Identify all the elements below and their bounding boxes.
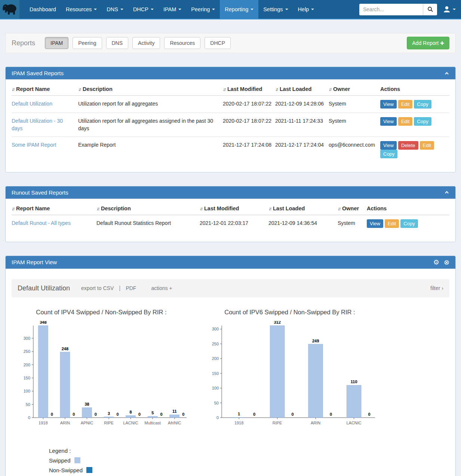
- copy-button[interactable]: Copy: [400, 219, 418, 228]
- report-type-tabs: IPAMPeeringDNSActivityResourcesDHCP: [45, 37, 231, 49]
- page-content: Reports IPAMPeeringDNSActivityResourcesD…: [0, 33, 461, 476]
- filter-link[interactable]: filter ›: [430, 285, 443, 291]
- tab-peering[interactable]: Peering: [73, 37, 102, 49]
- view-button[interactable]: View: [380, 117, 397, 126]
- ipv4-bar-chart: 050100150200250300348019182480ARIN380APN…: [12, 321, 191, 433]
- ipam-report-view-header: IPAM Report View ⚙ ⊗: [6, 256, 455, 269]
- sort-icon: ↓↑: [223, 87, 225, 92]
- export-pdf-link[interactable]: PDF: [126, 285, 136, 291]
- copy-button[interactable]: Copy: [414, 117, 431, 126]
- last-loaded-cell: 2021-12-17 17:24:04: [275, 137, 329, 162]
- ipam-report-view-panel: IPAM Report View ⚙ ⊗ Default Utilization…: [5, 256, 456, 476]
- sort-icon: ↓↑: [268, 206, 271, 211]
- svg-text:1918: 1918: [234, 421, 243, 425]
- svg-text:APNIC: APNIC: [81, 421, 93, 425]
- nav-item-help[interactable]: Help: [293, 0, 319, 19]
- chevron-down-icon: [311, 9, 314, 10]
- close-circle-icon[interactable]: ⊗: [444, 259, 449, 266]
- view-button[interactable]: View: [367, 219, 383, 228]
- user-menu[interactable]: [443, 6, 456, 13]
- svg-text:100: 100: [24, 389, 30, 393]
- nav-item-peering[interactable]: Peering: [186, 0, 220, 19]
- report-name-link[interactable]: Some IPAM Report: [12, 142, 56, 148]
- actions-link[interactable]: actions +: [151, 285, 172, 291]
- column-header-description[interactable]: ↓↑Description: [96, 201, 200, 215]
- svg-text:100: 100: [212, 386, 219, 390]
- column-header-owner[interactable]: ↓↑Owner: [338, 201, 367, 215]
- nav-item-resources[interactable]: Resources: [61, 0, 102, 19]
- edit-button[interactable]: Edit: [385, 219, 399, 228]
- last-modified-cell: 2020-02-17 18:07:22: [223, 113, 275, 137]
- svg-text:3: 3: [108, 411, 110, 415]
- copy-button[interactable]: Copy: [414, 100, 431, 109]
- svg-text:200: 200: [212, 356, 219, 361]
- column-header-description[interactable]: ↓↑Description: [78, 82, 223, 96]
- report-name-link[interactable]: Default Utilization - 30 days: [12, 118, 63, 131]
- svg-text:300: 300: [24, 336, 30, 341]
- nav-item-dns[interactable]: DNS: [102, 0, 128, 19]
- tab-ipam[interactable]: IPAM: [45, 37, 68, 49]
- svg-text:0: 0: [28, 415, 30, 420]
- column-header-last-loaded[interactable]: ↓↑Last Loaded: [275, 82, 329, 96]
- last-modified-cell: 2021-12-17 17:24:08: [223, 137, 275, 162]
- nav-item-dhcp[interactable]: DHCP: [128, 0, 159, 19]
- app-logo[interactable]: [0, 0, 19, 19]
- gear-icon[interactable]: ⚙: [433, 259, 439, 266]
- main-menu: DashboardResourcesDNSDHCPIPAMPeeringRepo…: [25, 0, 319, 19]
- ipv4-chart-title: Count of IPV4 Swipped / Non-Swipped By R…: [12, 309, 191, 316]
- column-header-report-name[interactable]: ↓↑Report Name: [12, 82, 78, 96]
- collapse-chevron-up-icon[interactable]: [444, 71, 449, 76]
- column-header-report-name[interactable]: ↓↑Report Name: [12, 201, 96, 215]
- nav-item-ipam[interactable]: IPAM: [159, 0, 186, 19]
- table-row: Default Utilization - 30 daysUtilization…: [12, 113, 449, 137]
- chevron-down-icon: [453, 9, 456, 10]
- delete-button[interactable]: Delete: [398, 141, 418, 150]
- ipv6-chart-title: Count of IPV6 Swipped / Non-Swipped By R…: [200, 309, 379, 316]
- search-input[interactable]: [359, 4, 423, 15]
- ipam-saved-reports-panel: IPAM Saved Reports ↓↑Report Name↓↑Descri…: [5, 67, 456, 173]
- svg-text:Multicast: Multicast: [145, 421, 161, 425]
- edit-button[interactable]: Edit: [420, 141, 434, 150]
- svg-text:110: 110: [351, 379, 357, 384]
- panel-title: IPAM Report View: [12, 259, 57, 265]
- nav-item-label: Peering: [191, 6, 210, 12]
- view-button[interactable]: View: [380, 141, 397, 150]
- actions-cell: ViewEditCopy: [380, 96, 449, 113]
- export-csv-link[interactable]: export to CSV: [81, 285, 114, 291]
- nav-item-dashboard[interactable]: Dashboard: [25, 0, 61, 19]
- runout-saved-reports-body: ↓↑Report Name↓↑Description↓↑Last Modifie…: [6, 199, 455, 242]
- column-header-owner[interactable]: ↓↑Owner: [329, 82, 380, 96]
- last-loaded-cell: 2021-12-09 14:36:54: [268, 215, 338, 232]
- collapse-chevron-up-icon[interactable]: [444, 190, 449, 195]
- svg-text:RIPE: RIPE: [104, 421, 114, 425]
- actions-cell: ViewDeleteEditCopy: [380, 137, 449, 162]
- sort-icon: ↓↑: [329, 87, 331, 92]
- search-button[interactable]: [423, 4, 437, 15]
- tab-resources[interactable]: Resources: [164, 37, 200, 49]
- nav-item-settings[interactable]: Settings: [258, 0, 293, 19]
- add-report-button[interactable]: Add Report✚: [407, 37, 449, 49]
- chevron-down-icon: [285, 9, 288, 10]
- sort-icon: ↓↑: [200, 206, 202, 211]
- edit-button[interactable]: Edit: [398, 117, 412, 126]
- svg-text:250: 250: [24, 349, 30, 354]
- column-header-last-modified[interactable]: ↓↑Last Modified: [200, 201, 268, 215]
- report-title: Default Utilization: [18, 284, 70, 292]
- chart-legend: Legend : SwippedNon-Swipped: [49, 448, 449, 473]
- nav-item-label: Dashboard: [30, 6, 56, 12]
- column-header-last-modified[interactable]: ↓↑Last Modified: [223, 82, 275, 96]
- copy-button[interactable]: Copy: [380, 150, 397, 158]
- nav-item-reporting[interactable]: Reporting: [220, 0, 258, 19]
- report-name-link[interactable]: Default Runout - All types: [12, 220, 71, 226]
- svg-text:0: 0: [95, 412, 97, 416]
- svg-text:8: 8: [130, 410, 132, 414]
- tab-dhcp[interactable]: DHCP: [205, 37, 231, 49]
- column-header-last-loaded[interactable]: ↓↑Last Loaded: [268, 201, 338, 215]
- tab-activity[interactable]: Activity: [132, 37, 160, 49]
- panel-title: Runout Saved Reports: [12, 189, 68, 196]
- view-button[interactable]: View: [380, 100, 397, 109]
- edit-button[interactable]: Edit: [398, 100, 412, 109]
- report-name-link[interactable]: Default Utilization: [12, 101, 52, 107]
- sort-icon: ↓↑: [275, 87, 277, 92]
- tab-dns[interactable]: DNS: [106, 37, 129, 49]
